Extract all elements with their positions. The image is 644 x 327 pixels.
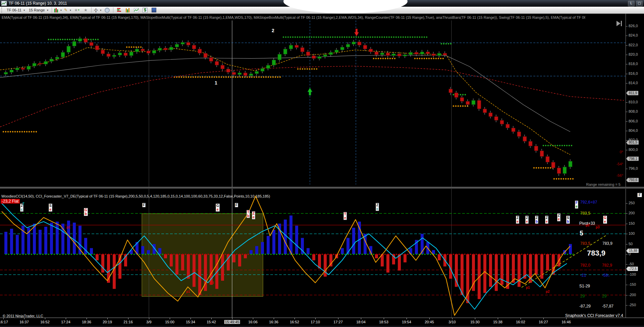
slope-dot <box>377 36 378 38</box>
slope-dot <box>402 36 404 38</box>
zero-line-dot <box>205 254 206 255</box>
slope-dot <box>533 167 535 168</box>
toolbar-grip[interactable] <box>1 7 4 13</box>
chart-style-button[interactable]: ▼ <box>53 7 63 13</box>
axis-tick <box>626 295 628 295</box>
slope-dot <box>391 36 392 38</box>
time-tick <box>66 318 66 319</box>
zero-line-dot <box>510 254 511 255</box>
zero-line-dot <box>54 254 55 255</box>
panel-divider[interactable] <box>0 187 644 189</box>
add-favorite-button[interactable]: ★+ <box>72 7 81 13</box>
axis-tick <box>626 264 628 265</box>
slope-dot <box>570 178 571 179</box>
zero-line-dot <box>276 254 277 255</box>
panels-button[interactable] <box>150 7 158 13</box>
market-bars-button[interactable] <box>115 7 123 13</box>
slope-dot <box>228 76 229 78</box>
slope-dot <box>302 36 303 38</box>
slope-dot <box>536 167 537 168</box>
slope-dot <box>417 36 418 38</box>
slope-dot <box>460 94 461 95</box>
drawing-tools-button[interactable]: ✎ ▼ <box>63 7 72 13</box>
signal-letter-marker: Ze <box>252 211 255 219</box>
window-button-link[interactable]: L <box>628 1 635 6</box>
signal-letter: S <box>567 216 569 220</box>
time-axis[interactable]: 16:1716:3716:5217:2418:3620:1921:163/915… <box>0 318 644 326</box>
slope-dot <box>414 58 416 59</box>
slope-dot <box>230 76 231 78</box>
slope-dot <box>244 76 246 78</box>
slope-dot <box>374 36 376 38</box>
zero-line-dot <box>228 254 229 255</box>
time-label: 16:02 <box>516 320 525 324</box>
time-tick <box>521 318 521 319</box>
zero-line-dot <box>37 254 38 255</box>
zero-line-dot <box>265 254 266 255</box>
zero-line-dot <box>476 254 477 255</box>
cci-value-label: -59↓ <box>602 273 610 278</box>
chart-canvas[interactable]: 12 <box>0 0 644 327</box>
candles-button[interactable] <box>123 7 132 13</box>
zero-line-dot <box>42 254 44 255</box>
slope-dot <box>424 36 425 38</box>
slope-dot <box>455 105 457 107</box>
time-tick <box>24 318 24 319</box>
panels-icon <box>152 8 156 12</box>
axis-tick <box>626 203 628 204</box>
signal-letter-marker: Ge <box>603 216 607 224</box>
slope-dot <box>309 36 310 38</box>
signal-letter: F <box>576 201 578 205</box>
slope-dot <box>381 36 383 38</box>
slope-dot <box>453 94 454 95</box>
time-label: 18:36 <box>82 320 91 324</box>
crosshair-button[interactable]: -¦- ▼ <box>93 7 103 13</box>
zero-line-dot <box>45 254 47 255</box>
dollar-button[interactable]: $ <box>141 7 150 13</box>
region-button[interactable] <box>103 7 112 13</box>
slope-dot <box>19 131 20 132</box>
slope-dot <box>560 178 562 179</box>
candlestick-icon <box>54 8 58 12</box>
cci-tick-label: -50 <box>629 262 634 266</box>
zero-line-dot <box>262 254 263 255</box>
zero-line-dot <box>31 254 32 255</box>
axis-tick <box>626 64 628 64</box>
slope-dot <box>384 36 385 38</box>
instrument-dropdown[interactable]: TF 06-11 ▼ <box>5 7 27 13</box>
zero-line-dot <box>151 254 152 255</box>
slope-dot <box>76 39 77 40</box>
time-label: 20:19 <box>103 320 112 324</box>
time-tick <box>170 318 170 319</box>
zero-line-dot <box>102 254 104 255</box>
zero-line-dot <box>330 254 332 255</box>
zero-line-dot <box>376 254 377 255</box>
time-tick <box>384 318 384 319</box>
cci-value-label: 783,5 <box>580 211 590 216</box>
slope-dot <box>325 36 326 38</box>
mini-chart-button[interactable] <box>132 7 141 13</box>
slope-dot <box>565 178 567 179</box>
zero-line-dot <box>216 254 218 255</box>
slope-dot <box>557 145 558 146</box>
zero-line-dot <box>17 254 18 255</box>
cci-axis[interactable]: 250200150100500-50-100-150-200-25015,88-… <box>626 189 644 318</box>
signal-letter-marker: Zc <box>376 203 379 211</box>
slope-dot <box>221 76 222 78</box>
interval-dropdown[interactable]: 15 Range ▼ <box>27 7 51 13</box>
signal-letter: Z <box>546 216 548 220</box>
price-tick-label: 800,0 <box>629 148 638 152</box>
zero-line-dot <box>173 254 175 255</box>
signal-letter-marker: Te <box>343 212 347 220</box>
slope-dot <box>421 58 423 59</box>
slope-dot <box>195 76 196 78</box>
zero-line-dot <box>464 254 466 255</box>
slope-dot <box>316 68 317 69</box>
zero-line-dot <box>490 254 491 255</box>
zero-line-dot <box>573 254 574 255</box>
window-bottom-edge <box>0 326 644 327</box>
favorite-button[interactable]: ★ <box>81 7 90 13</box>
window-button-restore[interactable]: ▢ <box>636 1 643 6</box>
price-axis[interactable]: 826,0824,0822,0820,0818,0816,0814,0810,0… <box>626 13 644 187</box>
slope-dot <box>435 58 437 59</box>
